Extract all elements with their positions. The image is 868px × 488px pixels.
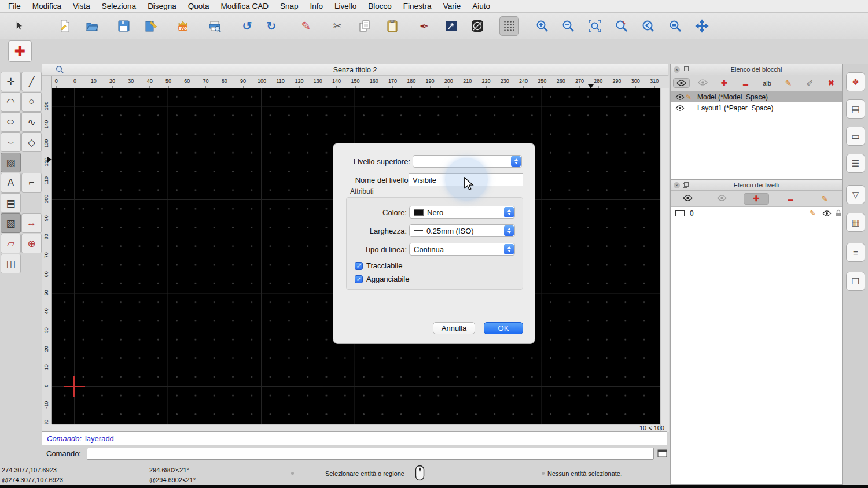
layer-list-panel-icon[interactable]: ▤ [846, 99, 865, 119]
fill-tool[interactable]: ▧ [1, 213, 21, 233]
show-all-blocks-button[interactable] [673, 78, 690, 88]
linetype-select[interactable]: Continua [409, 243, 515, 256]
line-tool[interactable]: ╱ [21, 72, 42, 91]
menu-item[interactable]: Info [304, 2, 329, 10]
remove-block-button[interactable]: ▬ [743, 79, 748, 87]
draw-order-button[interactable] [442, 16, 461, 36]
detach-command-button[interactable] [657, 449, 667, 457]
menu-item[interactable]: Varie [437, 2, 467, 10]
show-all-layers-button[interactable] [683, 194, 693, 203]
iso-view-tool[interactable]: ◫ [1, 254, 21, 273]
menu-item[interactable]: Finestra [398, 2, 437, 10]
layer-list-item[interactable]: 0 ✎ [671, 207, 842, 219]
zoom-out-button[interactable] [558, 16, 578, 36]
svg-export-button[interactable]: SVG [173, 16, 193, 36]
edit-block-button[interactable]: ✎ [785, 79, 792, 88]
menu-item[interactable]: Snap [274, 2, 304, 10]
scissors-icon: ✂ [333, 21, 341, 31]
layer-lock-toggle[interactable] [835, 209, 842, 217]
paper-panel-icon[interactable]: ▭ [846, 127, 865, 146]
float-icon [683, 66, 689, 72]
zoom-window-button[interactable] [665, 16, 685, 36]
menu-item[interactable]: Modifica CAD [215, 2, 274, 10]
edit-layer-button[interactable]: ✎ [822, 194, 829, 204]
undo-button[interactable]: ↺ [237, 16, 257, 36]
construction-checkbox[interactable]: ✓ Tracciabile [355, 261, 402, 270]
menu-item[interactable]: Vista [67, 2, 96, 10]
add-layer-button[interactable]: ✚ [744, 193, 769, 205]
paste-button[interactable] [382, 16, 402, 36]
command-input[interactable] [87, 448, 654, 460]
clipboard-panel-icon[interactable]: ❐ [846, 272, 865, 291]
copy-button[interactable] [355, 16, 374, 36]
measure-tool[interactable]: ↔ [21, 213, 42, 233]
grid-toggle-button[interactable] [499, 16, 519, 36]
menu-item[interactable]: Disegna [142, 2, 182, 10]
edit-drawing-button[interactable] [141, 16, 161, 36]
vertical-scrollbar[interactable] [660, 88, 669, 432]
save-button[interactable] [114, 16, 134, 36]
pen-panel-icon[interactable]: ▦ [846, 213, 865, 232]
block-list-panel-icon[interactable]: ❖ [846, 72, 865, 91]
menu-item[interactable]: Livello [329, 2, 362, 10]
open-file-button[interactable] [82, 16, 102, 36]
filter-panel-icon[interactable]: ▽ [846, 185, 865, 204]
zoom-redraw-button[interactable] [612, 16, 631, 36]
menu-item[interactable]: Seleziona [96, 2, 142, 10]
delete-block-button[interactable]: ✖ [828, 79, 834, 87]
close-panel-button[interactable]: × [674, 66, 680, 73]
dropdown-stepper-icon [511, 156, 521, 167]
add-block-button[interactable]: ✚ [721, 79, 727, 87]
arc-tool[interactable]: ◠ [1, 92, 21, 112]
block-list-item[interactable]: ✎ Model (*Model_Space) [671, 91, 842, 102]
circle-tool[interactable]: ○ [21, 92, 42, 112]
width-select[interactable]: 0.25mm (ISO) [409, 224, 515, 237]
command-panel-icon[interactable]: ≡ [846, 243, 865, 262]
ellipse-tool[interactable]: ○ [1, 112, 21, 132]
redo-button[interactable]: ↻ [262, 16, 281, 36]
menu-item[interactable]: Quota [182, 2, 215, 10]
library-panel-icon[interactable]: ☰ [846, 154, 865, 173]
rect-tool[interactable]: ⌐ [21, 173, 42, 193]
hide-all-blocks-button[interactable] [698, 79, 708, 87]
zoom-in-button[interactable] [532, 16, 552, 36]
insert-block-button[interactable]: ✐ [807, 79, 814, 88]
cancel-button[interactable]: Annulla [433, 322, 475, 334]
image-tool[interactable]: ▤ [1, 193, 21, 213]
text-tool[interactable]: A [1, 173, 21, 193]
spline-tool[interactable]: ∿ [21, 112, 42, 132]
zoom-auto-button[interactable] [585, 16, 605, 36]
print-preview-button[interactable] [205, 16, 225, 36]
close-panel-button[interactable]: × [674, 182, 680, 188]
hatch-tool[interactable]: ▨ [1, 153, 21, 172]
pointer-tool-button[interactable] [9, 16, 28, 36]
zoom-previous-button[interactable] [638, 16, 658, 36]
curve-tool[interactable]: ⌣ [1, 132, 21, 152]
menu-item[interactable]: Aiuto [466, 2, 496, 10]
cut-button[interactable]: ✂ [328, 16, 347, 36]
points-tool[interactable]: ✛ [1, 72, 21, 91]
draw-pen-button[interactable]: ✒ [414, 16, 434, 36]
menu-item[interactable]: Modifica [27, 2, 67, 10]
pencil-icon[interactable]: ✎ [810, 209, 816, 217]
modify-tool[interactable]: ▱ [1, 234, 21, 253]
menu-item[interactable]: Blocco [362, 2, 398, 10]
pan-button[interactable] [692, 16, 712, 36]
pen-add-button[interactable]: ✚ [8, 40, 32, 62]
polygon-tool[interactable]: ◇ [21, 132, 42, 152]
circle-diameter-button[interactable] [468, 16, 487, 36]
float-panel-button[interactable] [683, 182, 689, 188]
block-list-item[interactable]: Layout1 (*Paper_Space) [671, 102, 842, 113]
rename-block-button[interactable]: alb [763, 80, 771, 87]
remove-layer-button[interactable]: ▬ [788, 194, 793, 203]
float-panel-button[interactable] [683, 66, 689, 72]
snap-checkbox[interactable]: ✓ Agganciabile [355, 275, 409, 283]
ok-button[interactable]: OK [484, 322, 523, 334]
highlight-pen-button[interactable]: ✎ [296, 16, 316, 36]
snap-tool[interactable]: ⊕ [21, 234, 42, 253]
layer-visible-toggle[interactable] [822, 210, 832, 216]
menu-item[interactable]: File [2, 2, 27, 10]
new-document-button[interactable] [55, 16, 75, 36]
color-select[interactable]: Nero [409, 206, 515, 219]
hide-all-layers-button[interactable] [717, 194, 727, 203]
